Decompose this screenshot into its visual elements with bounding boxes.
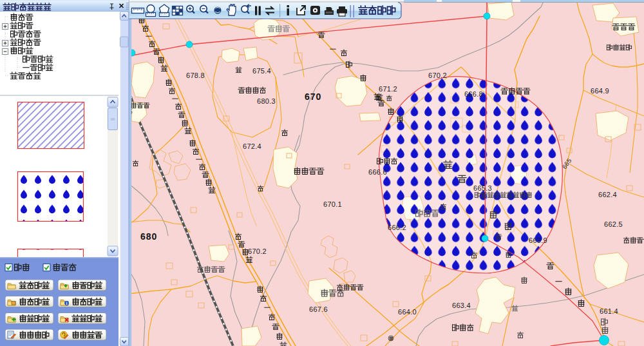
svg-text:680.3: 680.3 bbox=[257, 97, 276, 105]
svg-text:672.4: 672.4 bbox=[243, 142, 261, 150]
svg-text:670.2: 670.2 bbox=[428, 72, 447, 79]
svg-text:664.9: 664.9 bbox=[591, 87, 609, 95]
svg-text:666.6: 666.6 bbox=[368, 168, 387, 176]
svg-text:662.4: 662.4 bbox=[598, 191, 617, 198]
svg-text:680: 680 bbox=[140, 231, 157, 242]
svg-text:675.4: 675.4 bbox=[252, 67, 271, 75]
svg-text:663.9: 663.9 bbox=[529, 236, 547, 244]
svg-text:670.2: 670.2 bbox=[248, 247, 267, 255]
svg-text:666.2: 666.2 bbox=[388, 224, 406, 231]
svg-text:661.4: 661.4 bbox=[600, 307, 618, 315]
svg-text:664.0: 664.0 bbox=[398, 308, 417, 316]
svg-text:670.1: 670.1 bbox=[323, 200, 342, 208]
svg-text:663.4: 663.4 bbox=[452, 302, 471, 309]
svg-text:670: 670 bbox=[305, 91, 321, 102]
svg-text:665.3: 665.3 bbox=[473, 184, 492, 192]
svg-text:662.5: 662.5 bbox=[604, 220, 623, 228]
svg-text:666.8: 666.8 bbox=[464, 90, 483, 98]
svg-text:678.8: 678.8 bbox=[186, 72, 205, 79]
svg-text:667.6: 667.6 bbox=[309, 305, 328, 313]
svg-text:671.2: 671.2 bbox=[379, 85, 397, 93]
